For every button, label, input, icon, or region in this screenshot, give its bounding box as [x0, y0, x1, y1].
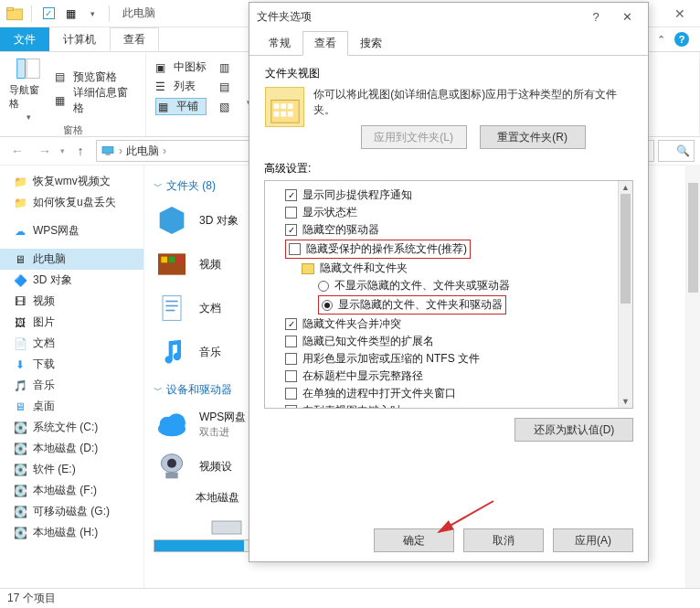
tree-item[interactable]: 💽本地磁盘 (D:): [0, 438, 143, 459]
dialog-help-button[interactable]: ?: [582, 5, 610, 27]
nav-tree[interactable]: 📁恢复wmv视频文📁如何恢复u盘丢失☁WPS网盘🖥此电脑🔷3D 对象🎞视频🖼图片…: [0, 165, 144, 588]
checkbox-icon[interactable]: [289, 243, 301, 255]
layout-medium-icons[interactable]: ▣中图标: [155, 59, 207, 75]
ok-button[interactable]: 确定: [374, 528, 454, 552]
tree-item[interactable]: 🎵音乐: [0, 375, 143, 396]
advanced-item[interactable]: 隐藏文件和文件夹: [269, 260, 629, 277]
preview-pane-button[interactable]: ▤预览窗格: [55, 67, 136, 87]
checkbox-icon[interactable]: [285, 336, 297, 347]
advanced-item[interactable]: 隐藏空的驱动器: [269, 221, 629, 239]
help-icon[interactable]: ?: [674, 32, 689, 47]
tree-item[interactable]: 🖥桌面: [0, 396, 143, 417]
search-box[interactable]: 🔍: [658, 140, 695, 162]
tree-item-label: 本地磁盘 (H:): [33, 525, 98, 540]
apply-button[interactable]: 应用(A): [553, 528, 633, 552]
tree-item[interactable]: 📄文档: [0, 333, 143, 354]
radio-icon[interactable]: [318, 281, 329, 292]
svg-rect-21: [212, 521, 241, 534]
svg-point-19: [167, 459, 176, 468]
advanced-item[interactable]: 隐藏受保护的操作系统文件(推荐): [269, 239, 629, 260]
drive-icon: 💽: [13, 527, 27, 539]
details-pane-button[interactable]: ▦详细信息窗格: [55, 91, 136, 111]
cancel-button[interactable]: 取消: [463, 528, 544, 552]
advanced-item[interactable]: 在标题栏中显示完整路径: [269, 368, 629, 385]
cloud-blue-icon: ☁: [13, 225, 27, 238]
advanced-item[interactable]: 隐藏已知文件类型的扩展名: [269, 333, 629, 350]
tree-item[interactable]: 💽本地磁盘 (H:): [0, 522, 143, 543]
advanced-item[interactable]: 用彩色显示加密或压缩的 NTFS 文件: [269, 350, 629, 368]
tree-item-label: 3D 对象: [33, 272, 72, 288]
radio-icon[interactable]: [322, 300, 333, 311]
checkbox-icon[interactable]: [285, 388, 297, 400]
close-button[interactable]: ✕: [659, 0, 700, 27]
restore-defaults-button[interactable]: 还原为默认值(D): [514, 418, 633, 442]
ribbon-file-tab[interactable]: 文件: [0, 27, 49, 51]
status-text: 17 个项目: [7, 591, 56, 606]
ribbon-tab-view[interactable]: 查看: [110, 27, 159, 51]
breadcrumb-crumb[interactable]: 此电脑: [126, 144, 159, 159]
layout-extra2[interactable]: ▥: [219, 59, 234, 75]
advanced-item[interactable]: 显示隐藏的文件、文件夹和驱动器: [269, 294, 629, 315]
history-dropdown-icon[interactable]: ▾: [60, 146, 65, 155]
checkbox-icon[interactable]: [285, 207, 297, 219]
item-label: 视频设: [199, 459, 232, 475]
drive-icon: 💽: [13, 485, 27, 497]
nav-pane-label: 导航窗格: [9, 83, 48, 111]
tree-item[interactable]: ⬇下载: [0, 354, 143, 375]
dialog-close-button[interactable]: ✕: [613, 5, 641, 27]
nav-pane-button[interactable]: 导航窗格 ▾: [9, 56, 48, 122]
qat-props-icon[interactable]: ▦: [61, 5, 80, 23]
tree-item[interactable]: 🖼图片: [0, 312, 143, 333]
checkbox-icon[interactable]: [285, 370, 297, 382]
tree-item[interactable]: 📁如何恢复u盘丢失: [0, 192, 143, 213]
drive-icon: 💽: [13, 421, 27, 434]
tree-item[interactable]: 💽软件 (E:): [0, 459, 143, 480]
dialog-tab-view[interactable]: 查看: [302, 31, 348, 56]
tree-item[interactable]: 💽系统文件 (C:): [0, 417, 143, 438]
layout-list[interactable]: ☰列表: [155, 79, 207, 94]
tree-item[interactable]: 📁恢复wmv视频文: [0, 171, 143, 192]
apply-to-folders-button[interactable]: 应用到文件夹(L): [361, 125, 467, 149]
advanced-item[interactable]: 隐藏文件夹合并冲突: [269, 315, 629, 333]
ribbon-tab-computer[interactable]: 计算机: [49, 27, 110, 51]
layout-extra4[interactable]: ▧: [219, 98, 234, 115]
tree-item[interactable]: 🔷3D 对象: [0, 270, 143, 291]
back-button[interactable]: ←: [5, 139, 29, 163]
reset-folders-button[interactable]: 重置文件夹(R): [480, 125, 586, 149]
folder-icon: 📁: [13, 197, 27, 209]
checkbox-icon[interactable]: [285, 189, 297, 201]
qat-check-icon[interactable]: [39, 5, 58, 23]
advanced-settings-list[interactable]: 显示同步提供程序通知显示状态栏隐藏空的驱动器隐藏受保护的操作系统文件(推荐)隐藏…: [264, 180, 633, 409]
checkbox-icon[interactable]: [285, 405, 297, 409]
advanced-scrollbar[interactable]: ▲▼: [618, 181, 632, 408]
advanced-item[interactable]: 在单独的进程中打开文件夹窗口: [269, 385, 629, 402]
layout-tiles[interactable]: ▦平铺: [155, 98, 207, 115]
tree-item[interactable]: ☁WPS网盘: [0, 220, 143, 241]
advanced-item-label: 用彩色显示加密或压缩的 NTFS 文件: [302, 351, 480, 367]
tree-item[interactable]: 💽本地磁盘 (F:): [0, 480, 143, 501]
dialog-tab-search[interactable]: 搜索: [348, 31, 394, 56]
up-button[interactable]: ↑: [69, 139, 92, 163]
tree-item[interactable]: 🎞视频: [0, 291, 143, 312]
advanced-item[interactable]: 显示同步提供程序通知: [269, 187, 629, 204]
advanced-item[interactable]: 显示状态栏: [269, 204, 629, 221]
qat-dropdown-icon[interactable]: ▾: [83, 5, 101, 23]
layout-extra3[interactable]: ▤: [219, 79, 234, 94]
tree-item[interactable]: 💽可移动磁盘 (G:): [0, 501, 143, 522]
scrollbar[interactable]: [685, 165, 700, 588]
status-bar: 17 个项目: [0, 588, 700, 608]
dialog-title: 文件夹选项: [257, 9, 312, 25]
drive-icon: 💽: [13, 464, 27, 476]
tree-item[interactable]: 🖥此电脑: [0, 249, 143, 270]
checkbox-icon[interactable]: [285, 353, 297, 365]
advanced-item[interactable]: 不显示隐藏的文件、文件夹或驱动器: [269, 277, 629, 294]
svg-rect-8: [161, 257, 167, 263]
checkbox-icon[interactable]: [285, 224, 297, 236]
checkbox-icon[interactable]: [285, 318, 297, 330]
ribbon-collapse-icon[interactable]: ⌃: [657, 34, 665, 46]
drive-icon: [208, 514, 245, 539]
forward-button[interactable]: →: [33, 139, 57, 163]
dialog-tab-general[interactable]: 常规: [257, 31, 302, 56]
svg-rect-23: [270, 101, 298, 123]
advanced-item[interactable]: 在列表视图中键入时: [269, 402, 629, 409]
